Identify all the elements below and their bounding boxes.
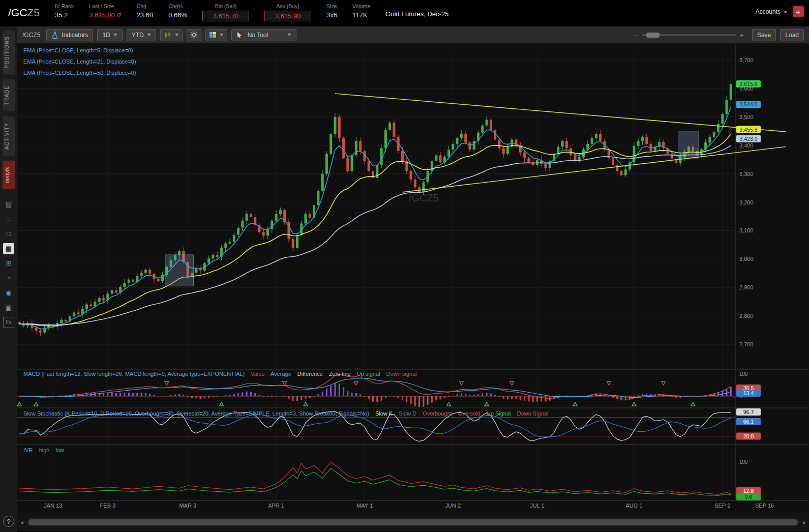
svg-text:3,500: 3,500 xyxy=(739,114,754,120)
time-scrollbar[interactable]: ◂ ▸ xyxy=(17,513,809,531)
bid-label: Bid (Sell) xyxy=(215,2,237,10)
zoom-out-icon[interactable]: – xyxy=(635,31,639,39)
svg-text:3,544.0: 3,544.0 xyxy=(739,101,757,107)
volume-value: 117K xyxy=(352,10,367,20)
calendar-icon[interactable]: ▣ xyxy=(3,302,14,313)
chart-region: /GCZ53,7003,6003,5003,4003,3003,2003,100… xyxy=(17,44,809,513)
last-size-label: Last / Size xyxy=(89,2,114,10)
bid-button[interactable]: 3,615.70 xyxy=(202,11,249,21)
axis-badge: 12.8 xyxy=(736,487,761,494)
scrollbar-track[interactable] xyxy=(26,518,800,526)
accounts-menu[interactable]: Accounts xyxy=(756,8,788,15)
chevron-down-icon xyxy=(113,34,117,36)
watchlist-icon[interactable]: ▤ xyxy=(3,199,14,210)
timeframe-dropdown[interactable]: 1D xyxy=(97,29,122,41)
svg-text:JAN 13: JAN 13 xyxy=(44,503,62,509)
last-value: 3,615.80 xyxy=(89,11,115,19)
ema-study-labels[interactable]: EMA (Price=CLOSE, Length=5, Displace=0) … xyxy=(23,45,136,78)
svg-text:AUG 1: AUG 1 xyxy=(625,503,642,509)
list-icon[interactable]: ≡ xyxy=(3,214,14,225)
chart-icon[interactable]: ▦ xyxy=(3,243,14,254)
axis-badge: 3,544.0 xyxy=(736,101,761,108)
zoom-in-icon[interactable]: + xyxy=(740,31,744,39)
chg-label: Chg xyxy=(137,2,146,10)
svg-text:66.1: 66.1 xyxy=(743,419,754,425)
help-icon[interactable]: ? xyxy=(3,516,14,527)
scroll-right-icon[interactable]: ▸ xyxy=(803,519,806,526)
orders-icon[interactable]: □ xyxy=(3,228,14,240)
toolbar-symbol[interactable]: /GCZ5 xyxy=(22,32,40,39)
settings-button[interactable] xyxy=(187,29,201,41)
svg-text:2,800: 2,800 xyxy=(739,313,754,319)
sidebar-tab-positions[interactable]: POSITIONS xyxy=(3,30,15,74)
svg-text:MAY 1: MAY 1 xyxy=(356,503,373,509)
ema21-label[interactable]: EMA (Price=CLOSE, Length=21, Displace=0) xyxy=(23,56,136,67)
svg-text:JUN 2: JUN 2 xyxy=(445,503,461,509)
chg-pct-value: 0.66% xyxy=(168,10,187,20)
ema50-label[interactable]: EMA (Price=CLOSE, Length=50, Displace=0) xyxy=(23,67,136,78)
chart-type-dropdown[interactable] xyxy=(160,29,183,41)
chevron-down-icon xyxy=(175,34,179,36)
sidebar-tab-trade[interactable]: TRADE xyxy=(3,79,15,111)
svg-text:3,455.8: 3,455.8 xyxy=(739,127,757,133)
svg-text:MAR 3: MAR 3 xyxy=(179,503,196,509)
community-icon[interactable]: ◉ xyxy=(3,287,14,299)
ivr-study-label[interactable]: IVR high low xyxy=(23,447,69,453)
zoom-slider[interactable] xyxy=(642,34,736,36)
save-button[interactable]: Save xyxy=(752,29,776,41)
zoom-slider-thumb[interactable] xyxy=(646,33,660,38)
last-size-value: /2 xyxy=(116,12,121,18)
grid-icon[interactable]: ⊞ xyxy=(3,258,14,269)
left-sidebar: POSITIONS TRADE ACTIVITY tastyfx ▤ ≡ □ ▦… xyxy=(0,26,17,532)
svg-text:100: 100 xyxy=(739,371,748,377)
sidebar-tab-tastyfx[interactable]: tastyfx xyxy=(3,161,15,189)
scrollbar-thumb[interactable] xyxy=(28,519,798,525)
chart-toolbar: /GCZ5 Indicators 1D YTD xyxy=(17,26,809,44)
chevron-down-icon xyxy=(287,34,291,36)
chg-pct-label: Chg% xyxy=(168,2,183,10)
scroll-left-icon[interactable]: ◂ xyxy=(20,519,23,526)
size-field: Size 3x6 xyxy=(326,2,337,20)
svg-text:JUL 1: JUL 1 xyxy=(530,503,544,509)
quote-header: /GCZ5 IV Rank 35.2 Last / Size 3,615.80 … xyxy=(0,0,809,26)
size-value: 3x6 xyxy=(326,10,337,20)
ask-field: Ask (Buy) 3,615.90 xyxy=(264,2,311,21)
svg-text:3,700: 3,700 xyxy=(739,57,754,63)
chevron-down-icon xyxy=(220,34,224,36)
ask-button[interactable]: 3,615.90 xyxy=(264,11,311,21)
add-widget-button[interactable]: + xyxy=(793,6,804,17)
iv-rank-label: IV Rank xyxy=(55,2,74,10)
svg-text:SEP 2: SEP 2 xyxy=(714,503,730,509)
indicators-button[interactable]: Indicators xyxy=(46,29,93,41)
range-dropdown[interactable]: YTD xyxy=(127,29,156,41)
axis-badge: 13.4 xyxy=(736,390,761,397)
axis-badge: 66.1 xyxy=(736,418,761,425)
accounts-label: Accounts xyxy=(756,8,781,15)
load-button[interactable]: Load xyxy=(780,29,804,41)
chevron-down-icon xyxy=(784,11,788,13)
svg-text:2,900: 2,900 xyxy=(739,284,754,290)
chevron-down-icon xyxy=(147,34,151,36)
svg-text:3,000: 3,000 xyxy=(739,256,754,262)
svg-text:3,423.0: 3,423.0 xyxy=(739,136,757,142)
svg-text:3,200: 3,200 xyxy=(739,199,754,205)
svg-text:100: 100 xyxy=(739,459,748,465)
iv-rank-field: IV Rank 35.2 xyxy=(55,2,74,20)
symbol-month: Z5 xyxy=(27,7,40,18)
axis-badge: 3,615.6 xyxy=(736,80,761,87)
macd-study-label[interactable]: MACD (Fast length=12, Slow length=26, MA… xyxy=(23,371,422,377)
sidebar-tab-activity[interactable]: ACTIVITY xyxy=(3,116,15,156)
svg-text:13.4: 13.4 xyxy=(743,390,754,396)
history-clock-icon[interactable]: ◔ xyxy=(3,273,14,284)
flask-icon xyxy=(51,32,58,39)
drawing-tool-dropdown[interactable]: No Tool xyxy=(231,29,296,41)
chart-canvas[interactable]: /GCZ53,7003,6003,5003,4003,3003,2003,100… xyxy=(17,44,809,513)
layout-dropdown[interactable] xyxy=(205,29,227,41)
chg-field: Chg 23.60 xyxy=(137,2,154,20)
stochastic-study-label[interactable]: Slow Stochastic (K Period=10, D Period=1… xyxy=(23,410,553,417)
ema5-label[interactable]: EMA (Price=CLOSE, Length=5, Displace=0) xyxy=(23,45,136,56)
svg-text:12.8: 12.8 xyxy=(743,488,754,494)
svg-text:3,400: 3,400 xyxy=(739,142,754,149)
fx-icon[interactable]: Fx xyxy=(3,317,14,328)
svg-text:9.6: 9.6 xyxy=(745,494,753,500)
